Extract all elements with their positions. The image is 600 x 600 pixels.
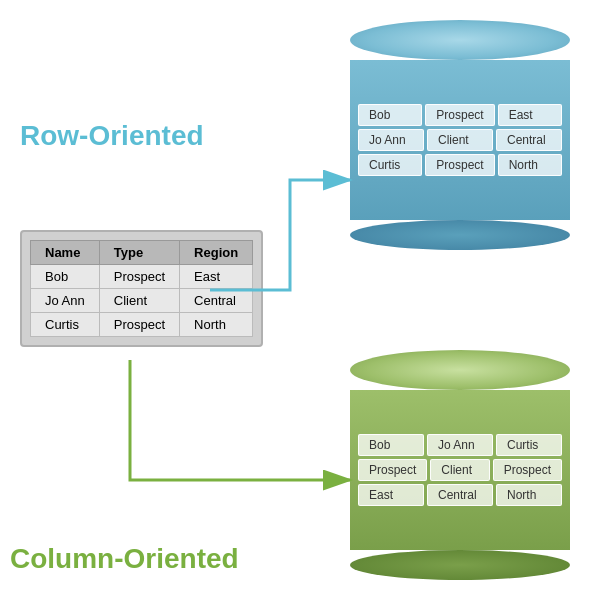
db-cell: Bob: [358, 434, 424, 456]
table-cell: Curtis: [31, 313, 100, 337]
db-row: CurtisProspectNorth: [358, 154, 562, 176]
db-cell: Prospect: [425, 154, 494, 176]
col-header-type: Type: [99, 241, 179, 265]
col-database: BobJo AnnCurtisProspectClientProspectEas…: [350, 350, 570, 580]
db-cell: Jo Ann: [358, 129, 424, 151]
source-table: Name Type Region BobProspectEastJo AnnCl…: [20, 230, 263, 347]
table-cell: Client: [99, 289, 179, 313]
table-cell: North: [180, 313, 253, 337]
db-cell: East: [358, 484, 424, 506]
db-cell: East: [498, 104, 562, 126]
db-cell: Curtis: [496, 434, 562, 456]
db-cell: Prospect: [425, 104, 494, 126]
db-cell: Bob: [358, 104, 422, 126]
col-data-grid: BobJo AnnCurtisProspectClientProspectEas…: [350, 426, 570, 514]
db-col-row: ProspectClientProspect: [358, 459, 562, 481]
db-cell: Curtis: [358, 154, 422, 176]
col-header-name: Name: [31, 241, 100, 265]
table-cell: Jo Ann: [31, 289, 100, 313]
table-cell: Prospect: [99, 313, 179, 337]
db-cell: Prospect: [493, 459, 562, 481]
green-cylinder-body: BobJo AnnCurtisProspectClientProspectEas…: [350, 390, 570, 550]
blue-cylinder-top: [350, 20, 570, 60]
row-database: BobProspectEastJo AnnClientCentralCurtis…: [350, 20, 570, 250]
table-cell: Prospect: [99, 265, 179, 289]
blue-cylinder-bottom: [350, 220, 570, 250]
db-row: Jo AnnClientCentral: [358, 129, 562, 151]
db-cell: Central: [496, 129, 562, 151]
col-oriented-label: Column-Oriented: [10, 543, 239, 575]
row-data-grid: BobProspectEastJo AnnClientCentralCurtis…: [350, 96, 570, 184]
db-cell: Prospect: [358, 459, 427, 481]
col-arrow: [130, 360, 350, 480]
col-header-region: Region: [180, 241, 253, 265]
db-row: BobProspectEast: [358, 104, 562, 126]
blue-cylinder-body: BobProspectEastJo AnnClientCentralCurtis…: [350, 60, 570, 220]
row-oriented-label: Row-Oriented: [20, 120, 204, 152]
green-cylinder-top: [350, 350, 570, 390]
db-cell: Jo Ann: [427, 434, 493, 456]
db-col-row: EastCentralNorth: [358, 484, 562, 506]
db-cell: Client: [430, 459, 489, 481]
db-cell: Client: [427, 129, 493, 151]
table-cell: East: [180, 265, 253, 289]
db-col-row: BobJo AnnCurtis: [358, 434, 562, 456]
db-cell: Central: [427, 484, 493, 506]
data-table: Name Type Region BobProspectEastJo AnnCl…: [30, 240, 253, 337]
green-cylinder-bottom: [350, 550, 570, 580]
table-cell: Bob: [31, 265, 100, 289]
db-cell: North: [498, 154, 562, 176]
db-cell: North: [496, 484, 562, 506]
table-cell: Central: [180, 289, 253, 313]
